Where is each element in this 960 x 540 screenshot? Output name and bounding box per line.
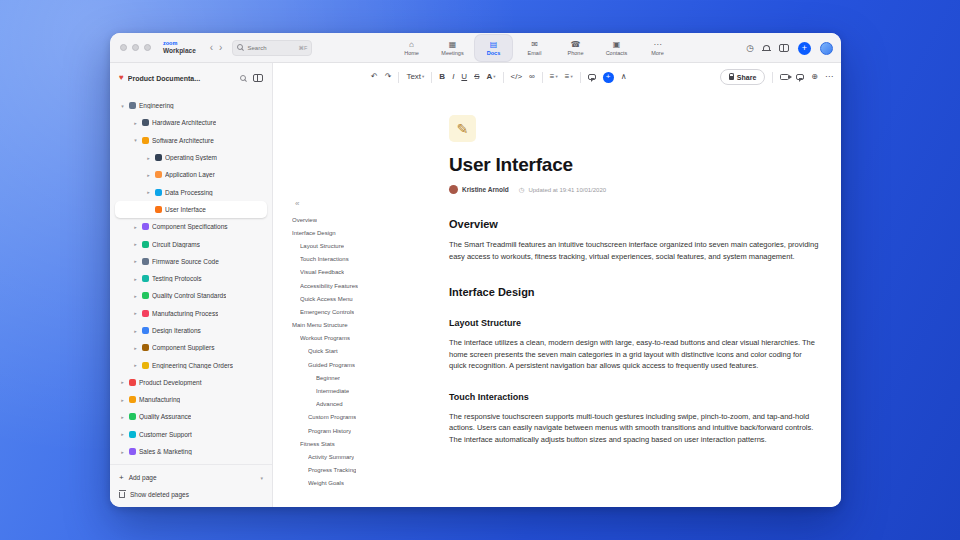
expand-chevron-icon[interactable]: ▾ [132,137,139,143]
sidebar-page-item[interactable]: ▾ Software Architecture [110,132,272,149]
history-icon[interactable]: ◷ [746,44,754,53]
doc-block[interactable]: Overview [449,218,821,230]
outline-item[interactable]: Visual Feedback [273,266,445,279]
sidebar-page-item[interactable]: ▸ Engineering Change Orders [110,356,272,373]
publish-web-button[interactable]: ⊕ [811,72,818,82]
sidebar-page-item[interactable]: ▸ Sales & Marketing [110,443,272,460]
global-search[interactable]: ⌘F [232,40,312,56]
outline-item[interactable]: Fitness Stats [273,437,445,450]
expand-chevron-icon[interactable]: ▸ [145,155,152,161]
minimize-window-button[interactable] [132,44,139,51]
undo-button[interactable]: ↶ [371,72,378,82]
app-tab[interactable]: ▣ Contacts [598,35,635,61]
doc-block[interactable]: Touch Interactions [449,392,821,402]
chevron-down-icon[interactable]: ▾ [260,475,263,481]
zoom-window-button[interactable] [144,44,151,51]
outline-item[interactable]: Touch Interactions [273,253,445,266]
forward-button[interactable]: › [219,43,222,53]
outline-item[interactable]: Advanced [273,398,445,411]
sidebar-search-icon[interactable] [240,75,247,82]
panel-toggle-icon[interactable] [779,44,789,52]
sidebar-page-item[interactable]: ▸ Application Layer [110,166,272,183]
workspace-header[interactable]: ♥ Product Documenta... [110,63,272,93]
expand-chevron-icon[interactable]: ▸ [132,224,139,230]
app-tab[interactable]: ⌂ Home [393,35,430,61]
outline-item[interactable]: Activity Summary [273,450,445,463]
sidebar-page-item[interactable]: ▾ Engineering [110,97,272,114]
text-color-select[interactable]: A ▾ [486,72,495,82]
add-page-button[interactable]: + Add page ▾ [119,469,263,486]
outline-item[interactable]: Overview [273,213,445,226]
expand-chevron-icon[interactable]: ▸ [132,310,139,316]
sidebar-page-item[interactable]: ▸ Component Suppliers [110,339,272,356]
outline-item[interactable]: Emergency Controls [273,305,445,318]
expand-chevron-icon[interactable]: ▸ [132,328,139,334]
expand-chevron-icon[interactable]: ▸ [145,189,152,195]
code-button[interactable]: </> [511,72,523,82]
back-button[interactable]: ‹ [210,43,213,53]
sidebar-page-item[interactable]: ▸ Testing Protocols [110,270,272,287]
sidebar-page-item[interactable]: ▸ Hardware Architecture [110,114,272,131]
doc-block[interactable]: Layout Structure [449,318,821,328]
expand-chevron-icon[interactable]: ▸ [132,362,139,368]
outline-item[interactable]: Guided Programs [273,358,445,371]
outline-item[interactable]: Custom Programs [273,411,445,424]
sidebar-page-item[interactable]: ▸ Customer Support [110,426,272,443]
sidebar-page-item[interactable]: ▸ Manufacturing Process [110,305,272,322]
expand-chevron-icon[interactable]: ▸ [119,431,126,437]
expand-chevron-icon[interactable]: ▸ [119,414,126,420]
outline-item[interactable]: Workout Programs [273,332,445,345]
outline-item[interactable]: Progress Tracking [273,464,445,477]
sidebar-page-item[interactable]: ▸ Quality Assurance [110,408,272,425]
insert-block-button[interactable]: + [603,72,614,83]
italic-button[interactable]: I [452,72,454,82]
page-title[interactable]: User Interface [449,154,821,176]
expand-chevron-icon[interactable]: ▸ [132,120,139,126]
doc-block[interactable]: The interface utilizes a clean, modern d… [449,337,821,372]
sidebar-page-item[interactable]: ▸ Component Specifications [110,218,272,235]
outline-item[interactable]: Quick Access Menu [273,292,445,305]
notifications-icon[interactable] [763,45,770,51]
strikethrough-button[interactable]: S [474,72,479,82]
expand-chevron-icon[interactable]: ▸ [119,379,126,385]
comment-button[interactable] [588,74,596,80]
user-avatar[interactable] [820,42,833,55]
outline-item[interactable]: Layout Structure [273,239,445,252]
outline-item[interactable]: Beginner [273,371,445,384]
doc-block[interactable]: The Smart Treadmill features an intuitiv… [449,239,821,262]
expand-chevron-icon[interactable]: ▸ [145,172,152,178]
link-button[interactable]: ∞ [529,72,535,82]
bold-button[interactable]: B [439,72,445,82]
outline-item[interactable]: Weight Goals [273,477,445,490]
app-tab[interactable]: ☎ Phone [557,35,594,61]
list-select[interactable]: ≡ ▾ [550,72,558,82]
close-window-button[interactable] [120,44,127,51]
expand-chevron-icon[interactable]: ▸ [132,258,139,264]
sidebar-page-item[interactable]: ▸ Design Iterations [110,322,272,339]
new-item-button[interactable]: + [798,42,811,55]
expand-chevron-icon[interactable]: ▸ [119,449,126,455]
expand-chevron-icon[interactable]: ▸ [132,345,139,351]
sidebar-page-item[interactable]: ▸ Manufacturing [110,391,272,408]
app-tab[interactable]: ▦ Meetings [434,35,471,61]
sidebar-page-item[interactable]: ▸ Product Development [110,374,272,391]
sidebar-page-item[interactable]: ▸ Quality Control Standards [110,287,272,304]
more-options-button[interactable]: ⋯ [825,72,833,82]
sidebar-page-item[interactable]: User Interface [115,201,267,218]
underline-button[interactable]: U [461,72,467,82]
sidebar-page-item[interactable]: ▸ Firmware Source Code [110,253,272,270]
expand-chevron-icon[interactable]: ▸ [119,397,126,403]
share-button[interactable]: Share [720,69,765,85]
collapse-toolbar-button[interactable]: ∧ [621,72,627,82]
expand-chevron-icon[interactable]: ▾ [119,103,126,109]
outline-item[interactable]: Program History [273,424,445,437]
app-tab[interactable]: ✉ Email [516,35,553,61]
collapse-outline-icon[interactable]: « [295,199,299,208]
expand-chevron-icon[interactable]: ▸ [132,276,139,282]
text-style-select[interactable]: Text ▾ [406,72,424,82]
outline-item[interactable]: Intermediate [273,384,445,397]
page-emoji-icon[interactable]: ✎ [449,115,476,142]
outline-item[interactable]: Accessibility Features [273,279,445,292]
search-input[interactable] [247,45,295,51]
sidebar-page-item[interactable]: ▸ Circuit Diagrams [110,235,272,252]
